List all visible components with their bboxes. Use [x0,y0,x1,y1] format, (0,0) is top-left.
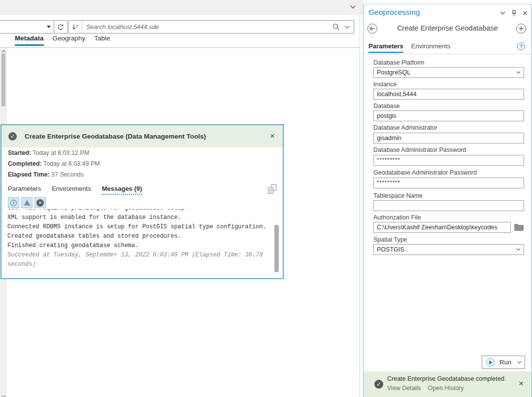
tab-table[interactable]: Table [94,35,110,46]
search-input[interactable] [82,21,332,33]
success-check-icon: ✓ [374,380,383,389]
field-label-geodatabase-administrator-password: Geodatabase Administrator Password [373,169,477,176]
field-label-tablespace-name: Tablespace Name [373,192,423,199]
input-tablespace-name[interactable] [373,200,524,211]
message-filter-row: i ! × [8,197,46,208]
location-combobox[interactable] [0,21,54,33]
refresh-icon [57,24,64,31]
tab-environments[interactable]: Environments [411,42,450,53]
geoprocessing-panel: Geoprocessing × Create Enterprise Geodat… [363,4,532,397]
pin-icon[interactable] [511,10,517,17]
field-label-database-platform: Database Platform [373,59,425,66]
input-database-administrator[interactable]: gisadmin [373,133,524,144]
message-line-clipped: User has required privileges for geodata… [7,209,270,213]
completion-notification: ✓ Create Enterprise Geodatabase complete… [364,371,532,397]
field-label-database-administrator-password: Database Administrator Password [373,146,466,153]
tab-metadata[interactable]: Metadata [15,35,44,46]
info-icon: i [10,200,17,206]
dialog-close-icon[interactable]: × [270,132,275,140]
play-icon [486,358,495,366]
panel-title: Geoprocessing [368,8,420,17]
refresh-button[interactable] [54,21,67,33]
tabs-divider [0,47,360,48]
ribbon-collapsed-strip [0,0,363,15]
input-geodatabase-administrator-password[interactable]: ********* [373,178,524,188]
input-database-administrator-password[interactable]: ********* [373,155,524,166]
elapsed-label: Elapsed Time: [8,171,50,178]
dialog-title: Create Enterprise Geodatabase (Data Mana… [25,133,206,140]
tab-parameters[interactable]: Parameters [8,185,41,195]
panel-tabs: Parameters Environments [368,42,450,53]
completed-label: Completed: [8,160,42,167]
message-scrollbar[interactable] [274,212,279,277]
plus-icon [519,26,524,31]
dialog-tabs: Parameters Environments Messages (9) [8,185,142,195]
chevron-down-icon [516,248,521,251]
tab-environments[interactable]: Environments [52,185,91,195]
sort-button[interactable] [69,21,82,33]
scroll-down-icon[interactable] [0,394,7,397]
field-label-database: Database [373,103,400,109]
tab-parameters[interactable]: Parameters [368,42,403,53]
message-line: Finished creating geodatabase schema. [7,241,270,251]
search-icon[interactable] [332,23,340,31]
message-success-line: Succeeded at Tuesday, September 13, 2022… [7,251,264,269]
search-options-chevron-icon[interactable] [345,26,350,29]
error-icon: × [36,199,44,207]
message-line: XML support is enabled for the database … [7,213,270,222]
message-line: Created geodatabase tables and stored pr… [7,232,270,241]
field-label-spatial-type: Spatial Type [373,236,407,243]
app-window: Metadata Geography Table ✓ Create Enterp… [0,0,532,397]
scrollbar-thumb[interactable] [1,53,5,107]
filter-error-toggle[interactable]: × [34,197,46,208]
started-label: Started: [8,149,31,156]
panel-menu-chevron-icon[interactable] [500,11,505,15]
tab-geography[interactable]: Geography [53,35,86,46]
message-line: Connected RDBMS instance is setup for Po… [7,222,270,232]
help-icon[interactable]: ? [517,42,525,50]
input-database[interactable]: postgis [373,110,524,121]
notification-close-icon[interactable]: × [519,379,524,388]
open-history-link[interactable]: Open History [428,385,464,392]
view-tabs: Metadata Geography Table [15,35,110,46]
panel-tabs-divider [364,54,532,54]
field-label-authorization-file: Authorization File [373,214,421,221]
select-database-platform[interactable]: PostgreSQL [373,67,524,78]
field-label-database-administrator: Database Administrator [373,124,437,131]
completed-value: Today at 6:03:49 PM [43,160,100,167]
copy-messages-button[interactable] [268,184,276,194]
elapsed-value: 37 Seconds [51,171,84,178]
message-scrollbar-thumb[interactable] [274,225,279,272]
tool-title: Create Enterprise Geodatabase [364,24,532,32]
search-bar [68,20,354,34]
combobox-dropdown-icon [47,26,51,28]
notification-title: Create Enterprise Geodatabase completed. [387,375,506,382]
success-check-icon: ✓ [8,132,17,141]
tab-messages[interactable]: Messages (9) [102,185,142,195]
field-label-instance: Instance [373,81,397,88]
input-authorization-file[interactable]: C:\Users\Kashif Zeeshan\Desktop\keycodes [373,222,511,233]
ribbon-expand-chevron-icon[interactable] [350,5,356,9]
add-button[interactable] [516,24,526,34]
input-instance[interactable]: localhost,5444 [373,89,524,100]
chevron-down-icon [516,71,521,74]
panel-close-icon[interactable]: × [523,9,528,17]
dialog-header: ✓ Create Enterprise Geodatabase (Data Ma… [1,125,283,147]
elapsed-row: Elapsed Time: 37 Seconds [8,171,84,178]
completed-row: Completed: Today at 6:03:49 PM [8,160,100,167]
message-log: User has required privileges for geodata… [4,209,270,277]
sort-icon [72,24,79,30]
select-spatial-type[interactable]: POSTGIS [373,244,524,255]
started-value: Today at 6:03:12 PM [33,149,89,156]
filter-info-toggle[interactable]: i [8,197,19,208]
browse-folder-icon[interactable] [514,224,524,231]
run-button[interactable]: Run [482,356,525,369]
view-details-link[interactable]: View Details [387,385,421,392]
panel-header-icons: × [500,9,528,17]
filter-warning-toggle[interactable]: ! [21,197,33,208]
tool-result-dialog: ✓ Create Enterprise Geodatabase (Data Ma… [0,124,284,279]
run-options-chevron-icon[interactable] [516,361,525,364]
location-combobox-group [0,20,67,34]
started-row: Started: Today at 6:03:12 PM [8,149,89,156]
notification-links: View Details Open History [387,385,464,392]
